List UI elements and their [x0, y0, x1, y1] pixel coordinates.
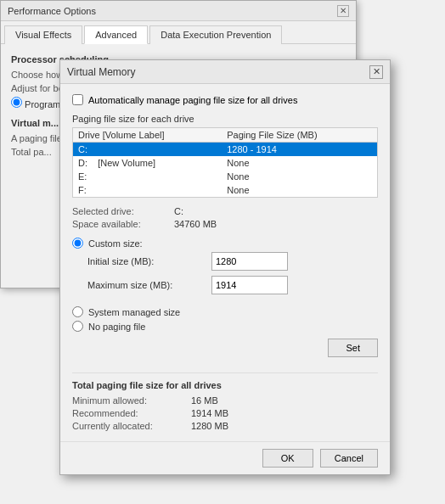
no-paging-label: No paging file: [88, 322, 145, 332]
drive-info: Selected drive: C: Space available: 3476…: [72, 206, 378, 229]
vm-close-button[interactable]: ✕: [369, 65, 383, 79]
col-drive: Drive [Volume Label]: [73, 128, 222, 143]
custom-size-label: Custom size:: [88, 238, 143, 249]
table-row[interactable]: F: None: [73, 183, 378, 198]
system-managed-label: System managed size: [88, 307, 180, 317]
paging-value: None: [222, 183, 377, 198]
table-row[interactable]: E: None: [73, 170, 378, 183]
max-size-label: Maximum size (MB):: [87, 280, 206, 290]
perf-title: Performance Options: [8, 6, 96, 16]
recommended-value: 1914 MB: [191, 408, 378, 418]
auto-manage-label: Automatically manage paging file size fo…: [88, 95, 297, 105]
total-info-grid: Minimum allowed: 16 MB Recommended: 1914…: [72, 395, 378, 431]
no-paging-radio-row: No paging file: [72, 321, 378, 332]
custom-size-radio[interactable]: [72, 238, 83, 249]
virtual-memory-dialog: Virtual Memory ✕ Automatically manage pa…: [59, 59, 391, 475]
perf-close-button[interactable]: ✕: [337, 5, 349, 17]
currently-allocated-label: Currently allocated:: [72, 421, 191, 431]
set-btn-container: Set: [72, 339, 378, 364]
custom-size-radio-row: Custom size:: [72, 238, 378, 249]
no-paging-radio[interactable]: [72, 321, 83, 332]
min-allowed-label: Minimum allowed:: [72, 395, 191, 406]
table-row[interactable]: C: 1280 - 1914: [73, 143, 378, 157]
auto-manage-row: Automatically manage paging file size fo…: [72, 94, 378, 105]
drive-label: D: [New Volume]: [73, 156, 222, 170]
tab-advanced[interactable]: Advanced: [84, 25, 148, 44]
paging-section-label: Paging file size for each drive: [72, 114, 378, 124]
vm-dialog-footer: OK Cancel: [60, 441, 390, 474]
drive-label: C:: [73, 143, 222, 157]
initial-size-input[interactable]: [211, 252, 288, 271]
size-options-group: Custom size: Initial size (MB): Maximum …: [72, 238, 378, 300]
paging-value: 1280 - 1914: [222, 143, 377, 157]
perf-titlebar: Performance Options ✕: [1, 1, 356, 21]
col-paging: Paging File Size (MB): [222, 128, 377, 143]
min-allowed-value: 16 MB: [191, 395, 378, 406]
set-button[interactable]: Set: [328, 339, 378, 357]
max-size-input[interactable]: [211, 276, 288, 294]
vm-titlebar: Virtual Memory ✕: [60, 60, 390, 84]
drive-label: E:: [73, 170, 222, 183]
total-section-title: Total paging file size for all drives: [72, 380, 378, 390]
drive-label: F:: [73, 183, 222, 198]
vm-body: Automatically manage paging file size fo…: [60, 84, 390, 441]
tab-visual-effects[interactable]: Visual Effects: [4, 25, 82, 44]
auto-manage-checkbox[interactable]: [72, 94, 83, 105]
perf-tabs: Visual Effects Advanced Data Execution P…: [1, 21, 356, 44]
selected-drive-value: C:: [174, 206, 378, 216]
drive-table: Drive [Volume Label] Paging File Size (M…: [72, 127, 378, 198]
space-available-value: 34760 MB: [174, 219, 378, 229]
recommended-label: Recommended:: [72, 408, 191, 418]
paging-value: None: [222, 170, 377, 183]
system-managed-radio-row: System managed size: [72, 306, 378, 317]
vm-dialog-title: Virtual Memory: [67, 66, 135, 78]
selected-drive-label: Selected drive:: [72, 206, 174, 216]
ok-button[interactable]: OK: [262, 449, 313, 468]
currently-allocated-value: 1280 MB: [191, 421, 378, 431]
table-row[interactable]: D: [New Volume] None: [73, 156, 378, 170]
paging-value: None: [222, 156, 377, 170]
total-paging-section: Total paging file size for all drives Mi…: [72, 372, 378, 431]
size-inputs: Initial size (MB): Maximum size (MB):: [87, 252, 378, 300]
initial-size-label: Initial size (MB):: [87, 256, 206, 266]
system-managed-radio[interactable]: [72, 306, 83, 317]
tab-data-execution[interactable]: Data Execution Prevention: [149, 25, 282, 44]
space-available-label: Space available:: [72, 219, 174, 229]
cancel-button[interactable]: Cancel: [320, 449, 378, 468]
